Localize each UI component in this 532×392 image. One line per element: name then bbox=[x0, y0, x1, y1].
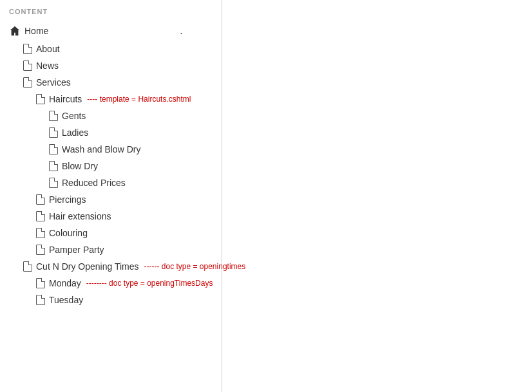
doc-icon bbox=[36, 295, 45, 305]
doc-icon bbox=[36, 278, 45, 288]
doc-icon bbox=[49, 178, 58, 188]
content-label: CONTENT bbox=[0, 0, 222, 21]
item-label: Hair extensions bbox=[49, 211, 111, 221]
doc-icon bbox=[36, 228, 45, 238]
doc-icon bbox=[36, 245, 45, 255]
tree-item-tuesday[interactable]: Tuesday bbox=[0, 292, 222, 308]
doc-icon bbox=[23, 77, 32, 88]
item-label: About bbox=[36, 44, 60, 54]
doc-icon bbox=[49, 161, 58, 171]
item-label: Pamper Party bbox=[49, 245, 104, 255]
tree-item-wash-and-blow-dry[interactable]: Wash and Blow Dry bbox=[0, 141, 222, 158]
tree-item-colouring[interactable]: Colouring bbox=[0, 225, 222, 241]
tree-item-ladies[interactable]: Ladies bbox=[0, 124, 222, 141]
doc-icon bbox=[49, 111, 58, 121]
doc-icon bbox=[23, 61, 32, 71]
doc-icon bbox=[49, 127, 58, 138]
item-label: Gents bbox=[62, 111, 86, 121]
tree-item-about[interactable]: About bbox=[0, 41, 222, 57]
item-label: Colouring bbox=[49, 228, 88, 238]
doc-icon bbox=[23, 44, 32, 54]
item-label: Ladies bbox=[62, 127, 88, 138]
item-meta: -------- doc type = openingTimesDays bbox=[86, 279, 213, 288]
item-label: Cut N Dry Opening Times bbox=[36, 261, 139, 272]
item-label: Piercings bbox=[49, 194, 86, 205]
sidebar: CONTENT Home . About News Services Hai bbox=[0, 0, 222, 392]
home-dot: . bbox=[180, 24, 183, 37]
tree-item-gents[interactable]: Gents bbox=[0, 107, 222, 124]
tree-item-monday[interactable]: Monday -------- doc type = openingTimesD… bbox=[0, 275, 222, 292]
item-meta: ---- template = Haircuts.cshtml bbox=[87, 95, 191, 104]
item-label: Services bbox=[36, 77, 71, 88]
item-label: Reduced Prices bbox=[62, 178, 126, 188]
doc-icon bbox=[23, 261, 32, 272]
doc-icon bbox=[49, 144, 58, 154]
home-icon bbox=[9, 25, 21, 37]
item-label: Haircuts bbox=[49, 94, 82, 104]
item-label: Monday bbox=[49, 278, 81, 288]
tree-item-news[interactable]: News bbox=[0, 57, 222, 74]
tree-item-hair-extensions[interactable]: Hair extensions bbox=[0, 208, 222, 225]
doc-icon bbox=[36, 194, 45, 205]
doc-icon bbox=[36, 211, 45, 221]
item-label: News bbox=[36, 61, 59, 71]
item-label: Home bbox=[24, 26, 48, 36]
content-tree: Home . About News Services Haircuts ----… bbox=[0, 21, 222, 308]
doc-icon bbox=[36, 94, 45, 104]
item-label: Wash and Blow Dry bbox=[62, 144, 140, 154]
tree-item-services[interactable]: Services bbox=[0, 74, 222, 91]
tree-item-reduced-prices[interactable]: Reduced Prices bbox=[0, 174, 222, 191]
item-meta: ------ doc type = openingtimes bbox=[144, 262, 246, 271]
tree-item-haircuts[interactable]: Haircuts ---- template = Haircuts.cshtml bbox=[0, 91, 222, 107]
tree-item-blow-dry[interactable]: Blow Dry bbox=[0, 158, 222, 174]
tree-item-pamper-party[interactable]: Pamper Party bbox=[0, 241, 222, 258]
tree-item-home[interactable]: Home . bbox=[0, 21, 222, 41]
tree-item-cut-n-dry-opening-times[interactable]: Cut N Dry Opening Times ------ doc type … bbox=[0, 258, 222, 275]
tree-item-piercings[interactable]: Piercings bbox=[0, 191, 222, 208]
item-label: Tuesday bbox=[49, 295, 83, 305]
item-label: Blow Dry bbox=[62, 161, 98, 171]
